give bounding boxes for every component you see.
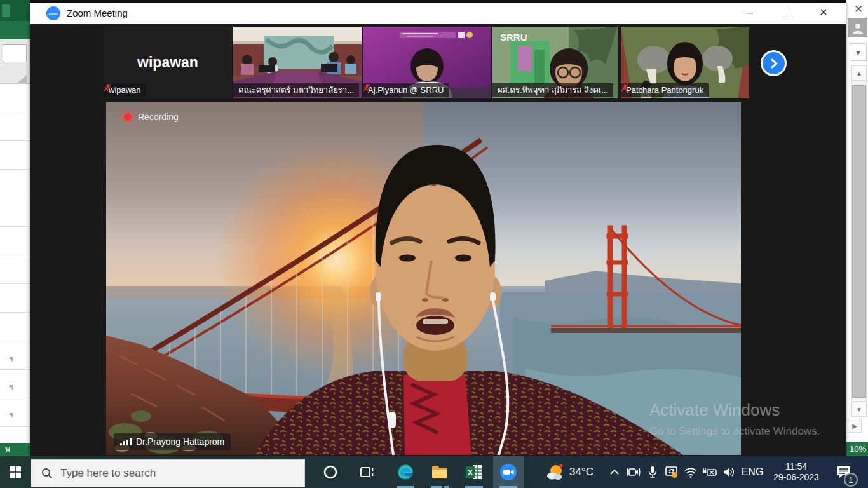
excel-sheet-tab-fragment: พ xyxy=(0,443,30,456)
excel-ribbon-sliver xyxy=(0,21,30,39)
recording-indicator: Recording xyxy=(124,112,179,122)
clock-time: 11:54 xyxy=(785,461,807,472)
zoom-meeting-window: zoom Zoom Meeting – ✕ wipawan wipawan xyxy=(30,3,846,456)
search-placeholder: Type here to search xyxy=(60,467,156,480)
participant-thumbnail-tipjutha[interactable]: SRRU ผศ.ดร.ทิพจุฑา สุภิมารส สิงคเ... xyxy=(492,27,618,98)
muted-mic-icon xyxy=(621,83,629,92)
windows-taskbar: Type here to search xyxy=(0,456,868,488)
tray-clock[interactable]: 11:54 29-06-2023 xyxy=(768,456,825,488)
taskbar-weather-widget[interactable]: 34°C xyxy=(538,456,601,488)
excel-name-box[interactable] xyxy=(3,44,27,62)
clock-date: 29-06-2023 xyxy=(773,472,819,483)
participant-name-label: wipawan xyxy=(104,83,146,97)
weather-temperature: 34°C xyxy=(569,466,593,478)
collapse-ribbon-chevron-icon[interactable]: ▼ xyxy=(850,43,867,61)
taskbar-excel-button[interactable]: X xyxy=(459,456,489,488)
file-explorer-icon xyxy=(431,463,449,481)
tray-meet-now-button[interactable] xyxy=(624,456,643,488)
audio-signal-icon xyxy=(120,438,132,445)
window-title: Zoom Meeting xyxy=(67,8,128,18)
task-view-button[interactable] xyxy=(351,456,383,488)
excel-close-icon[interactable]: ✕ xyxy=(850,3,867,17)
edge-icon xyxy=(397,463,414,481)
svg-text:X: X xyxy=(468,468,473,477)
muted-mic-icon xyxy=(363,83,371,92)
tray-microphone-in-use-icon[interactable] xyxy=(643,456,662,488)
tray-wifi-icon[interactable] xyxy=(681,456,700,488)
tray-volume-icon[interactable] xyxy=(719,456,738,488)
participant-name-label: ผศ.ดร.ทิพจุฑา สุภิมารส สิงคเ... xyxy=(492,83,613,97)
excel-cell-fragment: ฯ xyxy=(9,409,28,421)
action-center-button[interactable]: 1 xyxy=(826,456,862,488)
chevron-right-icon xyxy=(769,58,779,69)
taskbar-search[interactable]: Type here to search xyxy=(31,456,305,488)
user-avatar-icon[interactable] xyxy=(848,18,867,37)
participant-thumbnail-piyanun[interactable]: Aj.Piyanun @ SRRU xyxy=(363,27,491,98)
scrollbar-up-arrow[interactable]: ▲ xyxy=(851,65,867,81)
excel-background-left: ฯ ฯ ฯ พ xyxy=(0,0,30,456)
golden-gate-background xyxy=(106,102,741,455)
recording-label: Recording xyxy=(138,112,179,122)
start-button[interactable] xyxy=(0,456,31,488)
participant-thumbnail-patchara[interactable]: Patchara Pantongruk xyxy=(621,27,749,98)
scrollbar-thumb[interactable] xyxy=(852,85,866,398)
speaker-name-label: Dr.Prayong Hattaprom xyxy=(114,433,231,450)
tray-no-battery-icon[interactable] xyxy=(700,456,719,488)
zoom-app-icon xyxy=(499,463,517,481)
plug-x-icon xyxy=(702,467,717,477)
chevron-up-icon xyxy=(609,467,620,477)
zoom-logo-icon: zoom xyxy=(46,6,60,20)
main-speaker-video[interactable]: Recording Dr.Prayong Hattaprom xyxy=(106,102,741,455)
participant-thumbnail-wipawan[interactable]: wipawan wipawan xyxy=(104,27,232,98)
excel-cell-fragment: ฯ xyxy=(9,353,28,365)
zoom-titlebar[interactable]: zoom Zoom Meeting – ✕ xyxy=(30,3,846,24)
participant-name-label: Aj.Piyanun @ SRRU xyxy=(363,83,449,97)
tray-show-hidden-icons-button[interactable] xyxy=(605,456,624,488)
recording-dot-icon xyxy=(124,113,132,121)
screen-sync-icon xyxy=(665,465,679,479)
taskbar-file-explorer-button[interactable] xyxy=(424,456,455,488)
excel-grid-sliver[interactable]: ฯ ฯ ฯ xyxy=(0,84,30,443)
participant-name-label: Patchara Pantongruk xyxy=(621,83,709,97)
task-view-icon xyxy=(360,465,374,479)
participant-thumbnail-conference-room[interactable]: คณะครุศาสตร์ มหาวิทยาลัยรา... xyxy=(233,27,362,98)
windows-logo-icon xyxy=(10,466,21,478)
excel-app-icon xyxy=(2,4,10,17)
close-button[interactable]: ✕ xyxy=(809,3,838,24)
speaker-icon xyxy=(722,466,735,478)
screen: ฯ ฯ ฯ พ ✕ ▼ ▲ ▼ ▶ 10% zoom Zoom Meeting … xyxy=(0,0,868,488)
excel-vertical-scrollbar[interactable] xyxy=(851,81,867,402)
scrollbar-right-arrow[interactable]: ▶ xyxy=(848,419,862,433)
search-icon xyxy=(41,468,53,479)
excel-icon: X xyxy=(465,463,483,481)
microphone-icon xyxy=(648,466,658,478)
video-camera-icon xyxy=(627,466,641,478)
participant-name-label: คณะครุศาสตร์ มหาวิทยาลัยรา... xyxy=(233,83,359,97)
muted-mic-icon xyxy=(104,83,112,92)
minimize-button[interactable]: – xyxy=(735,3,764,24)
tray-language-indicator[interactable]: ENG xyxy=(739,456,766,488)
excel-cell-fragment: ฯ xyxy=(9,381,28,393)
taskbar-zoom-button-active[interactable] xyxy=(493,456,524,488)
scrollbar-down-arrow[interactable]: ▼ xyxy=(851,402,867,417)
excel-select-all-corner[interactable] xyxy=(18,75,27,83)
cortana-icon xyxy=(323,464,338,480)
excel-background-right: ✕ ▼ ▲ ▼ ▶ 10% xyxy=(846,0,868,456)
weather-sun-cloud-icon xyxy=(545,463,564,482)
taskbar-edge-button[interactable] xyxy=(390,456,421,488)
notification-count-badge: 1 xyxy=(844,473,858,487)
tray-display-sync-icon[interactable] xyxy=(662,456,681,488)
next-participants-button[interactable] xyxy=(761,50,787,76)
maximize-button[interactable] xyxy=(772,3,801,24)
wifi-icon xyxy=(684,467,697,478)
cortana-button[interactable] xyxy=(315,456,346,488)
excel-zoom-level[interactable]: 10% xyxy=(846,442,868,456)
